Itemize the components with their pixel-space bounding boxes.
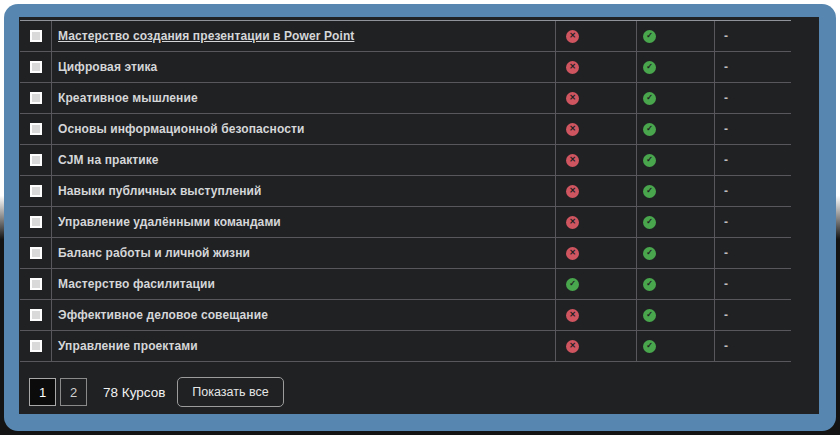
table-row: Баланс работы и личной жизни ✕ ✓ - [20, 238, 791, 269]
check-in-circle-icon: ✓ [643, 123, 656, 136]
checkbox-cell [20, 300, 52, 330]
course-name-cell: Управление проектами [52, 331, 556, 361]
status1-cell: ✕ [556, 238, 637, 268]
extra-cell: - [715, 114, 791, 144]
course-name[interactable]: Креативное мышление [58, 91, 198, 105]
checkbox-cell [20, 207, 52, 237]
status1-cell: ✕ [556, 331, 637, 361]
checkbox-cell [20, 145, 52, 175]
check-in-circle-icon: ✓ [643, 185, 656, 198]
row-checkbox[interactable] [30, 61, 42, 73]
cross-in-circle-icon: ✕ [566, 216, 579, 229]
row-checkbox[interactable] [30, 340, 42, 352]
status2-cell: ✓ [637, 114, 715, 144]
row-checkbox[interactable] [30, 278, 42, 290]
status2-cell: ✓ [637, 331, 715, 361]
status2-cell: ✓ [637, 83, 715, 113]
check-in-circle-icon: ✓ [643, 309, 656, 322]
check-in-circle-icon: ✓ [643, 154, 656, 167]
check-in-circle-icon: ✓ [643, 340, 656, 353]
course-name[interactable]: Навыки публичных выступлений [58, 184, 262, 198]
page-button-2[interactable]: 2 [60, 378, 87, 406]
extra-cell: - [715, 269, 791, 299]
status1-cell: ✕ [556, 207, 637, 237]
table-row: Управление удалёнными командами ✕ ✓ - [20, 207, 791, 238]
status2-cell: ✓ [637, 269, 715, 299]
row-checkbox[interactable] [30, 92, 42, 104]
row-checkbox[interactable] [30, 185, 42, 197]
status2-cell: ✓ [637, 238, 715, 268]
row-checkbox[interactable] [30, 216, 42, 228]
cross-in-circle-icon: ✕ [566, 61, 579, 74]
course-count-label: 78 Курсов [103, 385, 165, 400]
extra-cell: - [715, 238, 791, 268]
course-name-cell: CJM на практике [52, 145, 556, 175]
course-name[interactable]: Мастерство фасилитации [58, 277, 215, 291]
row-checkbox[interactable] [30, 309, 42, 321]
extra-cell: - [715, 83, 791, 113]
course-name[interactable]: Основы информационной безопасности [58, 122, 304, 136]
row-checkbox[interactable] [30, 123, 42, 135]
extra-cell: - [715, 207, 791, 237]
course-name-cell: Навыки публичных выступлений [52, 176, 556, 206]
check-in-circle-icon: ✓ [643, 92, 656, 105]
check-in-circle-icon: ✓ [643, 247, 656, 260]
course-name-cell: Основы информационной безопасности [52, 114, 556, 144]
course-name[interactable]: Управление проектами [58, 339, 198, 353]
checkbox-cell [20, 331, 52, 361]
check-in-circle-icon: ✓ [643, 61, 656, 74]
course-name[interactable]: Эффективное деловое совещание [58, 308, 268, 322]
status2-cell: ✓ [637, 176, 715, 206]
row-checkbox[interactable] [30, 154, 42, 166]
course-name[interactable]: Баланс работы и личной жизни [58, 246, 250, 260]
table-row: CJM на практике ✕ ✓ - [20, 145, 791, 176]
course-name[interactable]: Мастерство создания презентации в Power … [58, 29, 354, 43]
course-name-cell: Мастерство создания презентации в Power … [52, 21, 556, 51]
checkbox-cell [20, 269, 52, 299]
course-name-cell: Мастерство фасилитации [52, 269, 556, 299]
table-row: Основы информационной безопасности ✕ ✓ - [20, 114, 791, 145]
status1-cell: ✕ [556, 114, 637, 144]
table-row: Мастерство создания презентации в Power … [20, 21, 791, 52]
table-row: Креативное мышление ✕ ✓ - [20, 83, 791, 114]
status2-cell: ✓ [637, 145, 715, 175]
checkbox-cell [20, 238, 52, 268]
check-in-circle-icon: ✓ [643, 30, 656, 43]
course-name[interactable]: CJM на практике [58, 153, 159, 167]
status1-cell: ✕ [556, 300, 637, 330]
cross-in-circle-icon: ✕ [566, 154, 579, 167]
course-name-cell: Эффективное деловое совещание [52, 300, 556, 330]
blue-background-card: Мастерство создания презентации в Power … [4, 4, 836, 431]
row-checkbox[interactable] [30, 247, 42, 259]
status1-cell: ✕ [556, 21, 637, 51]
checkbox-cell [20, 52, 52, 82]
table-row: Навыки публичных выступлений ✕ ✓ - [20, 176, 791, 207]
status2-cell: ✓ [637, 300, 715, 330]
cross-in-circle-icon: ✕ [566, 309, 579, 322]
extra-cell: - [715, 145, 791, 175]
table-row: Мастерство фасилитации ✓ ✓ - [20, 269, 791, 300]
check-in-circle-icon: ✓ [643, 216, 656, 229]
course-name[interactable]: Цифровая этика [58, 60, 157, 74]
status1-cell: ✕ [556, 83, 637, 113]
checkbox-cell [20, 21, 52, 51]
show-all-button[interactable]: Показать все [177, 377, 283, 407]
page-button-1[interactable]: 1 [29, 378, 56, 406]
row-checkbox[interactable] [30, 30, 42, 42]
table-row: Эффективное деловое совещание ✕ ✓ - [20, 300, 791, 331]
table-row: Цифровая этика ✕ ✓ - [20, 52, 791, 83]
cross-in-circle-icon: ✕ [566, 340, 579, 353]
extra-cell: - [715, 331, 791, 361]
status2-cell: ✓ [637, 207, 715, 237]
checkbox-cell [20, 83, 52, 113]
course-table-body: Мастерство создания презентации в Power … [20, 21, 791, 362]
cross-in-circle-icon: ✕ [566, 30, 579, 43]
extra-cell: - [715, 176, 791, 206]
extra-cell: - [715, 52, 791, 82]
status1-cell: ✕ [556, 52, 637, 82]
course-name-cell: Баланс работы и личной жизни [52, 238, 556, 268]
status1-cell: ✕ [556, 145, 637, 175]
course-name-cell: Цифровая этика [52, 52, 556, 82]
check-in-circle-icon: ✓ [566, 278, 579, 291]
course-name[interactable]: Управление удалёнными командами [58, 215, 281, 229]
